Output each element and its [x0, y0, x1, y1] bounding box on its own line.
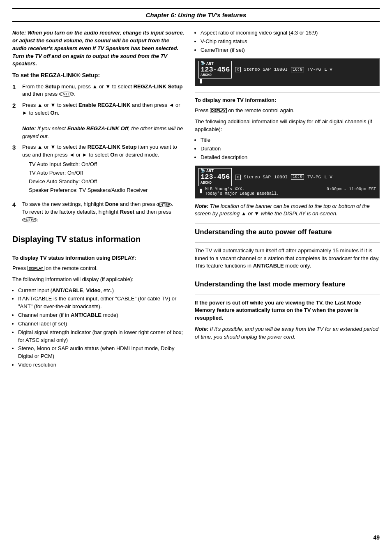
- more-info-heading: To display more TV information:: [195, 97, 380, 104]
- more-info-intro: The following additional information wil…: [195, 118, 380, 134]
- step-3-sub-item-3: Device Auto Standby: On/Off: [29, 178, 185, 186]
- enter-icon-1: ENTER: [59, 92, 74, 97]
- enter-icon-4b: ENTER: [22, 217, 37, 222]
- step-1-content: From the Setup menu, press ▲ or ▼ to sel…: [22, 83, 185, 99]
- right-bullet-1: Aspect ratio of incoming video signal (4…: [201, 29, 380, 37]
- step-3-sub-list: TV Auto Input Switch: On/Off TV Auto Pow…: [29, 161, 185, 194]
- display-sub-heading: To display TV status information using D…: [12, 254, 185, 262]
- display-info-item-2: If ANT/CABLE is the current input, eithe…: [18, 295, 185, 311]
- display-info-item-1: Current input (ANT/CABLE, Video, etc.): [18, 287, 185, 295]
- display-icon-1: DISPLAY: [28, 266, 44, 271]
- step-4-num: 4: [12, 200, 20, 224]
- tv-banner-1-ant: 📡 ANT: [201, 62, 214, 66]
- last-mode-note-label: Note:: [195, 326, 208, 332]
- tv-banner-2-signal: ▐▌ MLB Young's XXX. Today's Major League…: [198, 187, 279, 196]
- display-info-item-5: Digital signal strength indicator (bar g…: [18, 329, 185, 344]
- page-number: 49: [373, 534, 380, 541]
- step-3-content: Press ▲ or ▼ to select the REGZA-LINK Se…: [22, 143, 185, 197]
- tv-banner-1: 📡 ANT 123-456 ABCHD ⊙ Stereo SAP 1080I 1…: [195, 58, 380, 87]
- step-2: 2 Press ▲ or ▼ to select Enable REGZA-LI…: [12, 101, 185, 140]
- more-info-press: Press DISPLAY on the remote control agai…: [195, 107, 380, 115]
- tv-banner-2-program: ▐▌ MLB Young's XXX. Today's Major League…: [198, 187, 376, 196]
- tv-banner-1-res: 1080I: [274, 67, 288, 72]
- tv-banner-1-chsub: ABCHD: [201, 74, 212, 78]
- display-info-item-7: Video resolution: [18, 361, 185, 369]
- tv-ant-icon-2: 📡: [201, 169, 205, 173]
- chapter-title: Chapter 6: Using the TV's features: [12, 8, 380, 22]
- step-1-num: 1: [12, 83, 20, 99]
- cd-icon: ⊙: [235, 67, 241, 72]
- tv-banner-1-chnum: 123-456: [201, 66, 230, 74]
- step-3-sub-item-2: TV Auto Power: On/Off: [29, 169, 185, 177]
- cd-icon-2: ⊙: [235, 175, 241, 180]
- last-mode-bold: If the power is cut off while you are vi…: [195, 300, 361, 321]
- tv-banner-2-extra: L V: [324, 175, 332, 180]
- step-3: 3 Press ▲ or ▼ to select the REGZA-LINK …: [12, 143, 185, 197]
- signal-bars-2: ▐▌: [198, 189, 203, 194]
- note-tv-speakers: TV Speakers: [97, 45, 129, 51]
- more-info-item-2: Duration: [201, 145, 380, 153]
- more-info-item-3: Detailed description: [201, 154, 380, 161]
- tv-program-time: 9:00pm - 11:00pm EST: [327, 187, 376, 196]
- tv-banner-2-channel: 📡 ANT 123-456 ABCHD: [198, 168, 232, 186]
- display-info-item-3: Channel number (if in ANT/CABLE mode): [18, 311, 185, 319]
- page: Chapter 6: Using the TV's features Note:…: [0, 0, 392, 549]
- right-bullet-list: Aspect ratio of incoming video signal (4…: [201, 29, 380, 54]
- note-label: Note:: [12, 30, 26, 36]
- step-4: 4 To save the new settings, highlight Do…: [12, 201, 185, 224]
- tv-banner-2-badge: 16:9: [291, 174, 304, 180]
- step-3-sub-item-1: TV Auto Input Switch: On/Off: [29, 161, 185, 168]
- section-divider-5: [195, 242, 380, 243]
- tv-banner-1-extra: L V: [324, 67, 332, 72]
- tv-banner-1-stereo: ⊙ Stereo SAP: [235, 67, 271, 72]
- banner-note: Note: The location of the banner can be …: [195, 203, 380, 218]
- left-column: Note: When you turn on the audio receive…: [12, 29, 185, 372]
- display-info-list: Current input (ANT/CABLE, Video, etc.) I…: [18, 287, 185, 369]
- last-mode-title: Understanding the last mode memory featu…: [195, 280, 380, 288]
- tv-banner-2-res: 1080I: [274, 175, 288, 180]
- last-mode-note-text: If it's possible, and you will be away f…: [195, 326, 378, 340]
- display-press-text: Press DISPLAY on the remote control.: [12, 265, 185, 272]
- section-divider-6: [195, 276, 380, 276]
- section-divider-1: [12, 230, 185, 230]
- tv-banner-1-info: ⊙ Stereo SAP 1080I 16:9 TV-PG L V: [235, 67, 332, 72]
- tv-ant-label: ANT: [206, 62, 214, 66]
- display-info-item-6: Stereo, Mono or SAP audio status (when H…: [18, 345, 185, 360]
- step-3-sub-item-4: Speaker Preference: TV Speakers/Audio Re…: [29, 187, 185, 194]
- more-info-item-1: Title: [201, 136, 380, 144]
- step-2-note-label: Note:: [22, 125, 36, 131]
- banner-note-label: Note:: [195, 203, 208, 209]
- tv-banner-1-rating: TV-PG: [307, 67, 321, 72]
- tv-banner-2-chsub: ABCHD: [201, 181, 212, 185]
- section-divider-4: [195, 224, 380, 224]
- step-4-content: To save the new settings, highlight Done…: [22, 201, 185, 224]
- tv-banner-2-chnum: 123-456: [201, 173, 230, 181]
- auto-power-bold: ANT/CABLE: [253, 263, 284, 269]
- tv-ant-icon: 📡: [201, 62, 205, 66]
- section-divider-2: [12, 250, 185, 250]
- tv-banner-2-prog: MLB Young's XXX. Today's Major League Ba…: [205, 187, 279, 196]
- stereo-label: Stereo SAP: [244, 67, 271, 72]
- display-info-item-4: Channel label (if set): [18, 320, 185, 328]
- more-info-list: Title Duration Detailed description: [201, 136, 380, 161]
- steps-list: 1 From the Setup menu, press ▲ or ▼ to s…: [12, 83, 185, 224]
- step-2-num: 2: [12, 101, 20, 140]
- displaying-tv-title: Displaying TV status information: [12, 234, 185, 244]
- tv-banner-2: 📡 ANT 123-456 ABCHD ⊙ Stereo SAP 1080I 1…: [195, 166, 380, 198]
- step-2-content: Press ▲ or ▼ to select Enable REGZA-LINK…: [22, 101, 185, 140]
- auto-power-title: Understanding the auto power off feature: [195, 228, 380, 236]
- banner-note-text: The location of the banner can be moved …: [195, 203, 370, 217]
- step-2-note: If you select Enable REGZA-LINK Off, the…: [22, 125, 183, 139]
- right-column: Aspect ratio of incoming video signal (4…: [195, 29, 380, 372]
- tv-banner-2-info: ⊙ Stereo SAP 1080I 16:9 TV-PG L V: [235, 174, 332, 180]
- tv-banner-2-stereo: ⊙ Stereo SAP: [235, 175, 271, 180]
- tv-banner-1-top: 📡 ANT 123-456 ABCHD ⊙ Stereo SAP 1080I 1…: [198, 61, 376, 79]
- auto-power-text: The TV will automatically turn itself of…: [195, 247, 380, 270]
- display-info-intro: The following information will display (…: [12, 276, 185, 284]
- tv-banner-1-badge: 16:9: [291, 67, 304, 72]
- enter-icon-4a: ENTER: [157, 202, 172, 207]
- tv-banner-1-signal: ▐▌: [198, 79, 376, 84]
- regza-link-heading: To set the REGZA-LINK® Setup:: [12, 71, 185, 79]
- section-divider-7: [195, 295, 380, 295]
- tv-banner-2-top: 📡 ANT 123-456 ABCHD ⊙ Stereo SAP 1080I 1…: [198, 168, 376, 186]
